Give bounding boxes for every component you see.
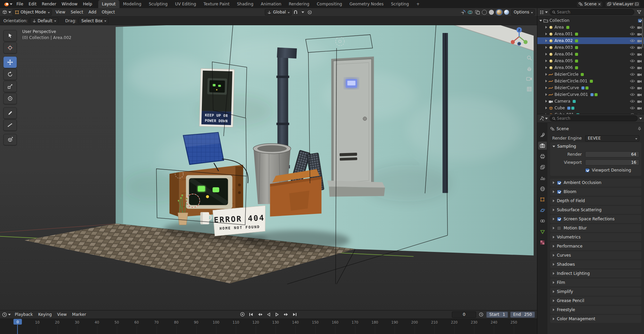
expand-icon[interactable] bbox=[545, 26, 547, 29]
sampling-value-field[interactable]: 64 bbox=[585, 151, 639, 157]
end-frame-field[interactable]: End 250 bbox=[510, 311, 535, 318]
pan-hand-icon[interactable] bbox=[526, 65, 533, 72]
tab-scene[interactable] bbox=[538, 174, 547, 182]
disable-render-icon[interactable] bbox=[637, 106, 642, 110]
properties-section[interactable]: Simplify bbox=[550, 288, 641, 296]
tab-view-layer[interactable] bbox=[538, 163, 547, 171]
annotate-tool[interactable] bbox=[3, 107, 17, 119]
workspace-tab[interactable]: Layout bbox=[98, 0, 119, 8]
viewport-canvas[interactable]: KEEP UP OR POWER DOWN bbox=[0, 25, 537, 310]
tab-render[interactable] bbox=[538, 142, 547, 150]
move-tool[interactable] bbox=[3, 57, 17, 68]
viewport-denoising-checkbox[interactable] bbox=[585, 168, 589, 173]
hide-eye-icon[interactable] bbox=[630, 86, 635, 89]
expand-icon[interactable] bbox=[553, 181, 554, 184]
door[interactable] bbox=[331, 57, 374, 189]
expand-icon[interactable] bbox=[553, 209, 554, 211]
outliner-scrollbar[interactable] bbox=[642, 18, 643, 48]
options-dropdown[interactable]: Options bbox=[511, 9, 535, 15]
camera-view-icon[interactable] bbox=[526, 75, 533, 82]
properties-section[interactable]: Subsurface Scattering bbox=[550, 206, 641, 214]
workspace-tab[interactable]: Modeling bbox=[119, 0, 145, 8]
shading-solid-button[interactable] bbox=[489, 9, 495, 15]
playhead[interactable]: 0 bbox=[13, 319, 22, 325]
outliner-item-row[interactable]: BézierCircle.001 bbox=[537, 78, 644, 84]
ortho-grid-icon[interactable] bbox=[526, 85, 533, 93]
outliner-item-row[interactable]: BézierCurve bbox=[537, 84, 644, 91]
disable-render-icon[interactable] bbox=[637, 39, 642, 43]
expand-icon[interactable] bbox=[545, 86, 547, 89]
disable-render-icon[interactable] bbox=[637, 66, 642, 70]
start-frame-field[interactable]: Start 1 bbox=[486, 311, 508, 318]
expand-icon[interactable] bbox=[553, 227, 554, 229]
hide-eye-icon[interactable] bbox=[630, 32, 635, 36]
hide-eye-icon[interactable] bbox=[630, 100, 635, 103]
disable-render-icon[interactable] bbox=[637, 32, 642, 36]
properties-section[interactable]: Color Management bbox=[550, 315, 641, 323]
outliner-item-row[interactable]: Area.005 bbox=[537, 58, 644, 64]
tab-output[interactable] bbox=[538, 152, 547, 160]
editor-type-button[interactable] bbox=[2, 10, 11, 14]
navigation-gizmo[interactable]: Z bbox=[509, 26, 530, 47]
viewport-menu-item[interactable]: View bbox=[53, 8, 68, 16]
expand-icon[interactable] bbox=[553, 199, 554, 202]
hide-eye-icon[interactable] bbox=[630, 66, 635, 69]
disable-render-icon[interactable] bbox=[637, 86, 642, 90]
expand-icon[interactable] bbox=[545, 60, 547, 62]
expand-icon[interactable] bbox=[553, 190, 554, 193]
expand-icon[interactable] bbox=[553, 290, 554, 293]
expand-icon[interactable] bbox=[553, 308, 554, 311]
expand-icon[interactable] bbox=[545, 46, 547, 49]
expand-icon[interactable] bbox=[545, 93, 547, 96]
expand-icon[interactable] bbox=[545, 73, 547, 76]
hide-eye-icon[interactable] bbox=[630, 73, 635, 76]
hide-eye-icon[interactable] bbox=[630, 26, 635, 29]
timeline-menu-item[interactable]: Keying bbox=[36, 310, 55, 319]
current-frame-field[interactable]: 0 bbox=[452, 311, 476, 318]
gizmo-neg-z-axis[interactable] bbox=[517, 42, 521, 45]
timeline-editor-type-button[interactable] bbox=[2, 312, 11, 317]
expand-icon[interactable] bbox=[553, 218, 554, 220]
add-cube-tool[interactable] bbox=[3, 134, 17, 145]
show-overlays-dropdown[interactable] bbox=[467, 9, 473, 15]
properties-section[interactable]: Performance bbox=[550, 242, 641, 250]
workspace-tab[interactable]: Scripting bbox=[387, 0, 413, 8]
outliner-item-row[interactable]: BézierCurve.001 bbox=[537, 91, 644, 98]
proportional-editing-icon[interactable] bbox=[307, 9, 313, 15]
poster[interactable]: KEEP UP OR POWER DOWN bbox=[199, 69, 234, 127]
properties-editor-type-button[interactable] bbox=[539, 116, 548, 121]
show-gizmo-dropdown[interactable] bbox=[460, 9, 466, 15]
tab-physics[interactable] bbox=[538, 206, 547, 214]
auto-key-button[interactable] bbox=[238, 311, 246, 318]
next-keyframe-button[interactable] bbox=[282, 311, 290, 318]
workspace-tab[interactable]: + bbox=[413, 0, 423, 8]
drag-setting-dropdown[interactable]: Select Box bbox=[79, 17, 108, 24]
properties-section[interactable]: Curves bbox=[550, 251, 641, 259]
sampling-panel-header[interactable]: Sampling bbox=[550, 142, 641, 150]
sampling-value-field[interactable]: 16 bbox=[585, 159, 639, 165]
outliner-search[interactable] bbox=[549, 9, 634, 15]
menu-item[interactable]: Window bbox=[59, 0, 80, 8]
properties-section[interactable]: Depth of Field bbox=[550, 197, 641, 205]
play-reverse-button[interactable] bbox=[264, 311, 273, 318]
shading-rendered-button[interactable] bbox=[504, 9, 510, 15]
expand-icon[interactable] bbox=[545, 80, 547, 82]
section-checkbox[interactable] bbox=[557, 217, 561, 221]
timeline-menu-item[interactable]: Playback bbox=[12, 310, 36, 319]
disable-render-icon[interactable] bbox=[637, 113, 642, 114]
blender-menu-button[interactable] bbox=[2, 2, 14, 7]
properties-section[interactable]: Volumetrics bbox=[550, 233, 641, 241]
hide-eye-icon[interactable] bbox=[630, 106, 635, 110]
close-icon[interactable] bbox=[598, 3, 601, 6]
gizmo-y-axis[interactable] bbox=[524, 40, 528, 44]
outliner-search-input[interactable] bbox=[557, 10, 632, 14]
tab-texture[interactable] bbox=[538, 238, 547, 247]
properties-section[interactable]: Shadows bbox=[550, 260, 641, 268]
hide-eye-icon[interactable] bbox=[630, 59, 635, 63]
render-engine-dropdown[interactable]: EEVEE bbox=[585, 135, 639, 142]
shading-wireframe-button[interactable] bbox=[481, 9, 488, 15]
expand-icon[interactable] bbox=[553, 254, 554, 257]
tab-object[interactable] bbox=[538, 195, 547, 203]
expand-icon[interactable] bbox=[553, 272, 554, 275]
disable-render-icon[interactable] bbox=[637, 46, 642, 49]
